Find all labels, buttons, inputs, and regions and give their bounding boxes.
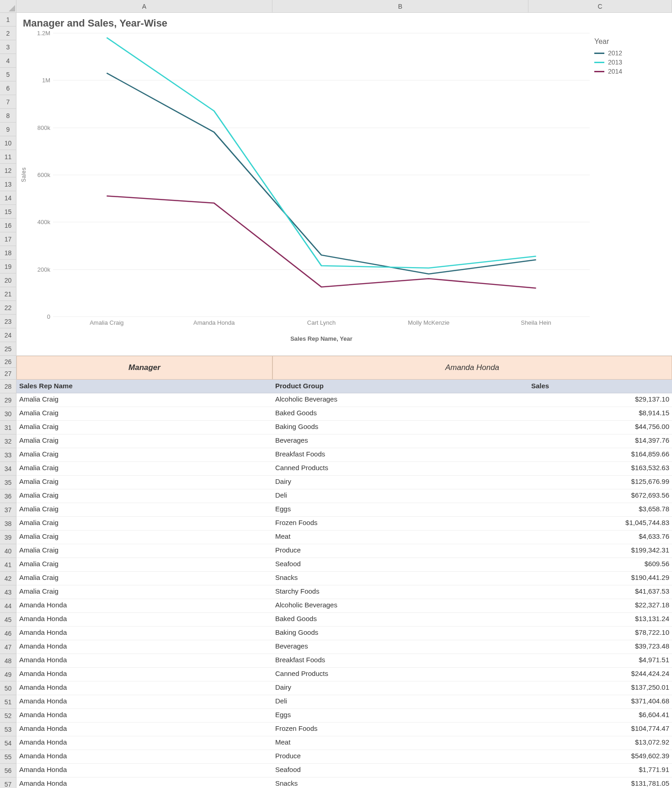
table-row[interactable]: Amalia CraigBreakfast Foods$164,859.66 [16,448,672,462]
legend-item-2012[interactable]: 2012 [594,49,663,57]
row-header-3[interactable]: 3 [0,40,16,54]
column-header-C[interactable]: C [528,0,672,13]
column-header-B[interactable]: B [272,0,528,13]
row-header-27[interactable]: 27 [0,368,16,380]
row-header-51[interactable]: 51 [0,695,16,709]
row-header-37[interactable]: 37 [0,503,16,517]
row-header-24[interactable]: 24 [0,328,16,342]
series-2014[interactable] [107,196,536,289]
row-header-2[interactable]: 2 [0,27,16,40]
table-row[interactable]: Amanda HondaDeli$371,404.68 [16,695,672,709]
row-header-34[interactable]: 34 [0,462,16,476]
row-header-12[interactable]: 12 [0,164,16,177]
row-header-15[interactable]: 15 [0,205,16,219]
row-header-41[interactable]: 41 [0,558,16,572]
row-header-54[interactable]: 54 [0,736,16,750]
table-row[interactable]: Amanda HondaEggs$6,604.41 [16,709,672,723]
row-header-48[interactable]: 48 [0,654,16,668]
row-header-28[interactable]: 28 [0,380,16,393]
table-row[interactable]: Amalia CraigBaked Goods$8,914.15 [16,407,672,421]
table-row[interactable]: Amanda HondaCanned Products$244,424.24 [16,668,672,681]
row-header-53[interactable]: 53 [0,723,16,736]
row-header-30[interactable]: 30 [0,407,16,421]
row-header-8[interactable]: 8 [0,109,16,123]
table-row[interactable]: Amalia CraigBaking Goods$44,756.00 [16,421,672,434]
table-row[interactable]: Amalia CraigSeafood$609.56 [16,558,672,572]
row-header-11[interactable]: 11 [0,150,16,164]
row-header-7[interactable]: 7 [0,95,16,109]
table-row[interactable]: Amalia CraigBeverages$14,397.76 [16,434,672,448]
table-row[interactable]: Amanda HondaDairy$137,250.01 [16,681,672,695]
row-header-33[interactable]: 33 [0,448,16,462]
row-header-40[interactable]: 40 [0,544,16,558]
row-header-55[interactable]: 55 [0,750,16,764]
row-header-6[interactable]: 6 [0,81,16,95]
row-header-46[interactable]: 46 [0,627,16,640]
row-header-26[interactable]: 26 [0,356,16,368]
table-row[interactable]: Amanda HondaBaking Goods$78,722.10 [16,627,672,640]
row-header-5[interactable]: 5 [0,68,16,81]
column-header-A[interactable]: A [16,0,272,13]
row-header-35[interactable]: 35 [0,476,16,489]
select-all-corner[interactable] [0,0,16,13]
row-header-57[interactable]: 57 [0,777,16,788]
table-row[interactable]: Amalia CraigProduce$199,342.31 [16,544,672,558]
chart-plot[interactable]: Sales 0200k400k600k800k1M1.2M Year 20122… [21,33,667,344]
row-header-39[interactable]: 39 [0,531,16,544]
row-header-38[interactable]: 38 [0,517,16,531]
row-header-1[interactable]: 1 [0,13,16,27]
table-row[interactable]: Amalia CraigStarchy Foods$41,637.53 [16,585,672,599]
table-row[interactable]: Amalia CraigAlcoholic Beverages$29,137.1… [16,393,672,407]
table-row[interactable]: Amalia CraigDeli$672,693.56 [16,489,672,503]
row-header-18[interactable]: 18 [0,246,16,260]
row-header-56[interactable]: 56 [0,764,16,777]
row-header-14[interactable]: 14 [0,191,16,205]
row-header-23[interactable]: 23 [0,315,16,328]
row-header-44[interactable]: 44 [0,599,16,613]
row-header-49[interactable]: 49 [0,668,16,681]
series-2012[interactable] [107,73,536,274]
row-header-13[interactable]: 13 [0,177,16,191]
legend-item-2014[interactable]: 2014 [594,68,663,75]
row-header-36[interactable]: 36 [0,489,16,503]
table-row[interactable]: Amalia CraigFrozen Foods$1,045,744.83 [16,517,672,531]
row-header-21[interactable]: 21 [0,287,16,301]
table-row[interactable]: Amanda HondaMeat$13,072.92 [16,736,672,750]
row-header-50[interactable]: 50 [0,681,16,695]
table-row[interactable]: Amanda HondaAlcoholic Beverages$22,327.1… [16,599,672,613]
col-sales[interactable]: Sales [528,380,672,393]
table-row[interactable]: Amalia CraigSnacks$190,441.29 [16,572,672,585]
table-row[interactable]: Amanda HondaSeafood$1,771.91 [16,764,672,777]
row-header-22[interactable]: 22 [0,301,16,315]
col-sales-rep[interactable]: Sales Rep Name [16,380,272,393]
table-row[interactable]: Amanda HondaSnacks$131,781.05 [16,777,672,788]
row-header-19[interactable]: 19 [0,260,16,273]
row-header-45[interactable]: 45 [0,613,16,627]
row-header-47[interactable]: 47 [0,640,16,654]
row-header-16[interactable]: 16 [0,219,16,232]
table-row[interactable]: Amanda HondaBreakfast Foods$4,971.51 [16,654,672,668]
row-header-4[interactable]: 4 [0,54,16,68]
table-row[interactable]: Amanda HondaProduce$549,602.39 [16,750,672,764]
row-header-43[interactable]: 43 [0,585,16,599]
row-header-9[interactable]: 9 [0,123,16,136]
table-row[interactable]: Amalia CraigMeat$4,633.76 [16,531,672,544]
table-row[interactable]: Amalia CraigCanned Products$163,532.63 [16,462,672,476]
table-row[interactable]: Amalia CraigDairy$125,676.99 [16,476,672,489]
row-header-32[interactable]: 32 [0,434,16,448]
row-header-17[interactable]: 17 [0,232,16,246]
row-header-52[interactable]: 52 [0,709,16,723]
table-row[interactable]: Amanda HondaBaked Goods$13,131.24 [16,613,672,627]
table-row[interactable]: Amalia CraigEggs$3,658.78 [16,503,672,517]
table-row[interactable]: Amanda HondaBeverages$39,723.48 [16,640,672,654]
row-header-25[interactable]: 25 [0,342,16,356]
series-2013[interactable] [107,38,536,268]
row-header-42[interactable]: 42 [0,572,16,585]
table-row[interactable]: Amanda HondaFrozen Foods$104,774.47 [16,723,672,736]
row-header-29[interactable]: 29 [0,393,16,407]
legend-item-2013[interactable]: 2013 [594,59,663,66]
col-product-group[interactable]: Product Group [272,380,528,393]
row-header-31[interactable]: 31 [0,421,16,434]
row-header-10[interactable]: 10 [0,136,16,150]
row-header-20[interactable]: 20 [0,273,16,287]
